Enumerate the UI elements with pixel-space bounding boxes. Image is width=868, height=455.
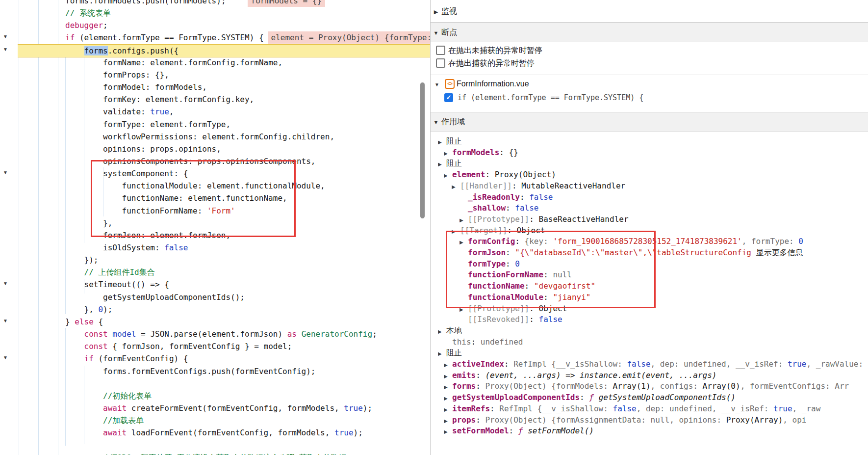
code-line[interactable] — [0, 377, 430, 390]
code-line[interactable]: validate: true, — [0, 106, 430, 118]
scope-row[interactable]: ▶props: Proxy(Object) {formAssignmentDat… — [444, 415, 868, 426]
disclosure-triangle[interactable]: ▶ — [438, 348, 446, 358]
code-line[interactable]: getSystemUploadComponentIds(); — [0, 291, 430, 303]
scope-token: false — [613, 404, 637, 413]
scope-token: true — [788, 359, 807, 369]
code-line[interactable]: if (formEventConfig) { — [0, 352, 430, 365]
disclosure-triangle[interactable]: ▶ — [444, 427, 452, 436]
code-line[interactable]: await loadFormEvent(formEventConfig, for… — [0, 427, 430, 439]
scope-row[interactable]: ▶element: Proxy(Object) — [444, 169, 868, 180]
code-fold-arrow-icon[interactable]: ▼ — [2, 47, 9, 52]
breakpoint-file-entry[interactable]: ▼ <> FormInformation.vue — [431, 78, 868, 90]
code-fold-arrow-icon[interactable]: ▼ — [2, 170, 9, 175]
scope-row[interactable]: ▶setFormModel: ƒ setFormModel() — [444, 426, 868, 436]
code-token: 0 — [98, 305, 103, 314]
code-line[interactable]: formModel: formModels, — [0, 81, 430, 93]
code-line[interactable]: }); — [0, 254, 430, 266]
disclosure-triangle[interactable]: ▶ — [444, 382, 452, 392]
scope-row[interactable]: ▶activeIndex: RefImpl {__v_isShallow: fa… — [444, 359, 868, 370]
chevron-down-icon[interactable]: ▼ — [431, 79, 443, 91]
scope-token: false — [627, 359, 650, 369]
scope-token: itemRefs — [452, 404, 490, 413]
code-line[interactable]: formName: element.formConfig.formName, — [0, 56, 430, 69]
disclosure-triangle[interactable]: ▶ — [438, 159, 446, 169]
disclosure-triangle[interactable]: ▶ — [444, 393, 452, 403]
breakpoint-entry[interactable]: ✓ if (element.formType == FormType.SYSTE… — [431, 91, 868, 104]
scope-token: : — [504, 359, 513, 369]
code-token: true — [344, 403, 363, 413]
disclosure-triangle[interactable]: ▶ — [452, 182, 460, 191]
divider — [431, 75, 868, 75]
code-line[interactable]: setTimeout(() => { — [0, 278, 430, 291]
code-line[interactable]: opinions: props.opinions, — [0, 143, 430, 155]
disclosure-triangle[interactable]: ▶ — [460, 215, 468, 225]
code-line[interactable]: const model = JSON.parse(element.formJso… — [0, 328, 430, 340]
scope-section-row[interactable]: ▶阻止 — [438, 348, 868, 358]
code-line[interactable]: if (element.formType == FormType.SYSTEM)… — [0, 31, 430, 44]
scope-token: Proxy(Array) — [726, 415, 783, 425]
code-line[interactable]: } else { — [0, 316, 430, 328]
scope-token: , _raw — [792, 404, 821, 413]
code-line[interactable]: //TODO: 暂不放开 工作流没有获取表单数据这个步骤 获取表单数据 — [0, 452, 430, 455]
disclosure-triangle[interactable]: ▶ — [438, 326, 446, 336]
editor-scrollbar-thumb[interactable] — [420, 82, 425, 218]
scope-row[interactable]: this: undefined — [444, 337, 868, 348]
disclosure-triangle[interactable]: ▶ — [444, 416, 452, 426]
disclosure-triangle[interactable]: ▶ — [444, 371, 452, 381]
disclosure-triangle[interactable]: ▶ — [444, 360, 452, 370]
scope-section-row[interactable]: ▶本地 — [438, 325, 868, 336]
scope-token: , opinions: — [669, 415, 726, 425]
pause-caught-checkbox[interactable] — [436, 58, 445, 68]
breakpoints-section-header[interactable]: ▼断点 — [431, 23, 868, 42]
code-line[interactable]: // 系统表单 — [0, 7, 430, 19]
scope-token: this — [452, 337, 471, 347]
code-line[interactable] — [0, 439, 430, 451]
scope-row[interactable]: _shallow: false — [460, 203, 868, 214]
scope-row[interactable]: _isReadonly: false — [460, 192, 868, 203]
code-fold-arrow-icon[interactable]: ▼ — [2, 355, 9, 360]
breakpoint-enabled-checkbox[interactable]: ✓ — [444, 93, 453, 102]
scope-row[interactable]: [[IsRevoked]]: false — [460, 314, 868, 325]
scope-token: 阻止 — [446, 348, 462, 357]
code-token: else — [75, 317, 94, 326]
code-line[interactable]: //加载表单 — [0, 414, 430, 427]
scope-row[interactable]: ▶formModels: {} — [444, 147, 868, 158]
disclosure-triangle[interactable]: ▶ — [444, 170, 452, 180]
code-line[interactable]: const { formJson, formEventConfig } = mo… — [0, 340, 430, 352]
code-line[interactable]: forms.formEventConfigs.push(formEventCon… — [0, 365, 430, 377]
scope-section-row[interactable]: ▶阻止 — [438, 136, 868, 147]
scope-section-row[interactable]: ▶阻止 — [438, 158, 868, 169]
editor-pane[interactable]: forms.formModels.push(formModels);formMo… — [0, 0, 430, 455]
watch-section-header[interactable]: ▶监视 — [431, 0, 868, 23]
current-line-highlight[interactable]: forms.configs.push({ — [18, 44, 430, 57]
scope-token: : — [529, 315, 538, 324]
pause-uncaught-checkbox[interactable] — [436, 46, 445, 55]
code-line[interactable]: await createFormEvent(formEventConfig, f… — [0, 402, 430, 414]
code-fold-arrow-icon[interactable]: ▼ — [2, 318, 9, 323]
code-fold-arrow-icon[interactable]: ▼ — [2, 34, 9, 39]
code-line[interactable]: formKey: element.formConfig.key, — [0, 93, 430, 106]
code-line[interactable]: formProps: {}, — [0, 69, 430, 81]
code-fold-arrow-icon[interactable]: ▼ — [2, 281, 9, 286]
scope-section-header[interactable]: ▼作用域 — [431, 112, 868, 132]
code-line[interactable]: workflowPermissions: element.formConfig.… — [0, 131, 430, 143]
scope-row[interactable]: ▶[[Prototype]]: BaseReactiveHandler — [460, 214, 868, 225]
disclosure-triangle[interactable]: ▶ — [444, 404, 452, 414]
scope-row[interactable]: ▶emits: (event, ...args) => instance.emi… — [444, 370, 868, 381]
code-line[interactable]: isOldSystem: false — [0, 241, 430, 254]
scope-row[interactable]: ▶getSystemUploadComponentIds: ƒ getSyste… — [444, 392, 868, 403]
code-line[interactable]: }, 0); — [0, 303, 430, 316]
code-line[interactable]: // 上传组件Id集合 — [0, 266, 430, 278]
scope-token: MutableReactiveHandler — [521, 181, 625, 190]
code-line[interactable]: formType: element.formType, — [0, 118, 430, 131]
scope-row[interactable]: ▶[[Handler]]: MutableReactiveHandler — [452, 181, 868, 191]
disclosure-triangle[interactable]: ▶ — [438, 137, 446, 147]
scope-row[interactable]: ▶forms: Proxy(Object) {formModels: Array… — [444, 381, 868, 392]
code-line[interactable]: debugger; — [0, 19, 430, 31]
code-line[interactable]: //初始化表单 — [0, 390, 430, 402]
code-line[interactable]: forms.formModels.push(formModels);formMo… — [0, 0, 430, 7]
scope-token: , dep: undefined, __v_isRef: — [651, 359, 788, 369]
scope-row[interactable]: ▶itemRefs: RefImpl {__v_isShallow: false… — [444, 403, 868, 414]
code-token: , — [169, 107, 174, 116]
disclosure-triangle[interactable]: ▶ — [444, 148, 452, 158]
